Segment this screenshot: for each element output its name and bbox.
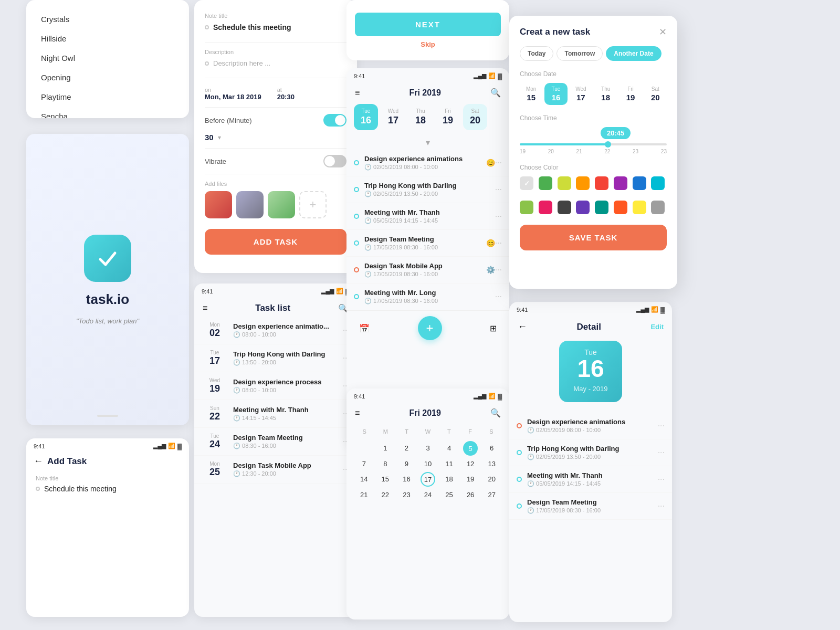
month-day[interactable]: 9 [396,457,417,471]
cal-task-menu-icon[interactable]: ··· [495,158,502,167]
modal-date-cell[interactable]: Tue 16 [544,83,567,105]
cal-task-item[interactable]: Design Task Mobile App 🕐 17/05/2019 08:3… [346,257,509,284]
month-day[interactable]: 24 [418,488,438,502]
chevron-down-icon[interactable]: ▾ [218,134,221,141]
tab-tomorrow[interactable]: Tomorrow [556,46,603,61]
month-day[interactable]: 19 [460,472,481,487]
modal-date-cell[interactable]: Thu 18 [594,83,617,105]
color-swatch[interactable] [633,176,646,190]
back-navigation[interactable]: ← Add Task [26,453,189,471]
note-title-text[interactable]: Schedule this meeting [213,23,291,32]
next-button[interactable]: NEXT [355,13,501,36]
cal-task-menu-icon[interactable]: ··· [495,238,502,248]
cal-task-item[interactable]: Meeting with Mr. Long 🕐 17/05/2019 08:30… [346,284,509,310]
task-list-item[interactable]: Tue 17 Trip Hong Kong with Darling 🕐 13:… [194,344,357,372]
month-day[interactable]: 6 [481,441,502,456]
month-day[interactable]: 8 [375,457,396,471]
add-task-button[interactable]: ADD TASK [205,229,346,255]
color-swatch[interactable] [651,201,665,214]
cal-task-item[interactable]: Design Team Meeting 🕐 17/05/2019 08:30 -… [346,230,509,257]
color-swatch[interactable] [558,176,571,190]
cal-hamburger-icon[interactable]: ≡ [355,88,360,98]
color-swatch[interactable] [520,176,533,190]
file-thumb-1[interactable] [205,191,232,218]
month-day[interactable]: 20 [481,472,502,487]
slider-thumb[interactable] [605,141,611,148]
modal-date-cell[interactable]: Wed 17 [570,83,592,105]
tab-another-date[interactable]: Another Date [606,46,661,61]
file-thumb-3[interactable] [268,191,295,218]
month-day[interactable]: 16 [396,472,417,487]
month-day[interactable]: 15 [375,472,396,487]
cal-task-item[interactable]: Design experience animations 🕐 02/05/201… [346,150,509,176]
color-swatch[interactable] [633,201,646,214]
cal-search-icon[interactable]: 🔍 [490,88,501,98]
modal-date-cell[interactable]: Fri 19 [619,83,642,105]
sidebar-item[interactable]: Hillside [26,29,189,48]
month-day[interactable]: 18 [439,472,459,487]
week-day-item[interactable]: Tue 16 [354,104,378,130]
cal-bot-search-icon[interactable]: 🔍 [490,408,501,418]
cal-task-menu-icon[interactable]: ··· [495,292,502,301]
sidebar-item[interactable]: Night Owl [26,48,189,68]
task-list-item[interactable]: Tue 24 Design Team Meeting 🕐 08:30 - 16:… [194,428,357,456]
month-day[interactable]: 12 [460,457,481,471]
sidebar-item[interactable]: Playtime [26,87,189,107]
sidebar-item[interactable]: Sencha [26,107,189,118]
month-day[interactable]: 10 [418,457,438,471]
before-toggle[interactable] [323,114,346,127]
modal-close-icon[interactable]: ✕ [659,26,667,38]
week-day-item[interactable]: Sat 20 [463,104,487,130]
month-day[interactable]: 27 [481,488,502,502]
month-day[interactable]: 21 [354,488,374,502]
detail-task-item[interactable]: Design Team Meeting 🕐 17/05/2019 08:30 -… [509,493,672,520]
color-swatch[interactable] [651,176,665,190]
cal-icon[interactable]: 📅 [359,323,370,333]
month-day[interactable]: 4 [439,441,459,456]
detail-task-menu-icon[interactable]: ··· [658,448,665,457]
color-swatch[interactable] [576,176,590,190]
cal-task-menu-icon[interactable]: ··· [495,265,502,275]
detail-task-menu-icon[interactable]: ··· [658,421,665,430]
vibrate-toggle[interactable] [323,155,346,167]
cal-task-item[interactable]: Trip Hong Kong with Darling 🕐 02/05/2019… [346,176,509,203]
detail-task-item[interactable]: Meeting with Mr. Thanh 🕐 05/05/2019 14:1… [509,466,672,493]
file-thumb-2[interactable] [236,191,264,218]
detail-task-item[interactable]: Design experience animations 🕐 02/05/201… [509,413,672,439]
detail-task-menu-icon[interactable]: ··· [658,475,665,484]
cal-task-item[interactable]: Meeting with Mr. Thanh 🕐 05/05/2019 14:1… [346,203,509,230]
month-day[interactable]: 11 [439,457,459,471]
cal-fab-button[interactable]: + [418,316,442,340]
week-day-item[interactable]: Thu 18 [408,104,433,130]
month-day[interactable]: 3 [418,441,438,456]
month-day[interactable]: 22 [375,488,396,502]
modal-date-cell[interactable]: Mon 15 [520,83,542,105]
color-swatch[interactable] [558,201,571,214]
month-day[interactable]: 14 [354,472,374,487]
color-swatch[interactable] [614,176,627,190]
month-day[interactable]: 26 [460,488,481,502]
tab-today[interactable]: Today [520,46,553,61]
modal-date-cell[interactable]: Sat 20 [644,83,667,105]
month-day[interactable]: 7 [354,457,374,471]
detail-task-item[interactable]: Trip Hong Kong with Darling 🕐 02/05/2019… [509,439,672,466]
color-swatch[interactable] [595,176,608,190]
note-title-value[interactable]: Schedule this meeting [44,485,117,493]
task-list-item[interactable]: Mon 25 Design Task Mobile App 🕐 12:30 - … [194,456,357,484]
detail-edit-button[interactable]: Edit [650,323,664,331]
month-day[interactable]: 5 [463,441,478,456]
color-swatch[interactable] [595,201,608,214]
color-swatch[interactable] [520,201,533,214]
cal-task-menu-icon[interactable]: ··· [495,212,502,221]
task-list-item[interactable]: Mon 02 Design experience animatio... 🕐 0… [194,317,357,344]
color-swatch[interactable] [576,201,590,214]
grid-icon[interactable]: ⊞ [490,323,497,333]
week-day-item[interactable]: Wed 17 [381,104,405,130]
sidebar-item[interactable]: Opening [26,68,189,87]
month-day[interactable]: 23 [396,488,417,502]
sidebar-item[interactable]: Crystals [26,9,189,29]
task-list-item[interactable]: Wed 19 Design experience process 🕐 08:00… [194,372,357,400]
task-list-item[interactable]: Sun 22 Meeting with Mr. Thanh 🕐 14:15 - … [194,400,357,428]
cal-task-menu-icon[interactable]: ··· [495,185,502,194]
week-chevron-icon[interactable]: ▾ [346,135,509,150]
